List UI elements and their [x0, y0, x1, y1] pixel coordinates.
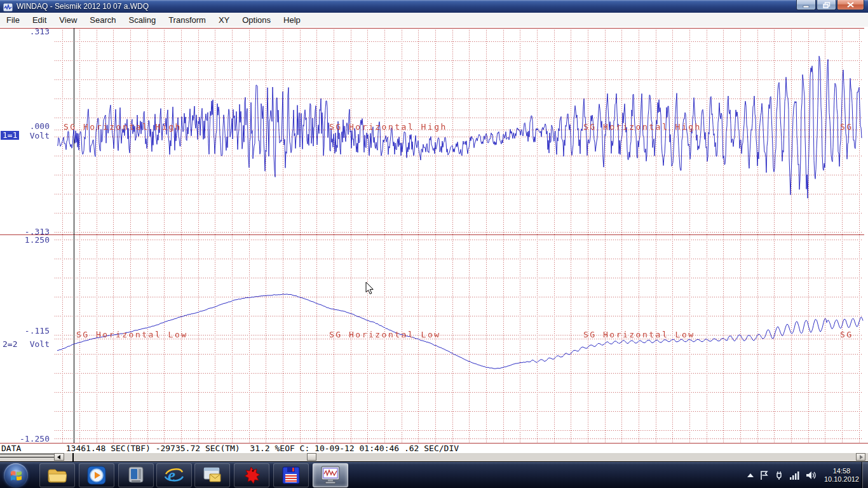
minimize-button[interactable] — [796, 0, 816, 10]
window-controls — [796, 0, 864, 10]
horizontal-scrollbar[interactable] — [0, 453, 868, 461]
red-creature-icon — [242, 466, 261, 485]
menu-item-transform[interactable]: Transform — [162, 13, 212, 27]
show-desktop-button[interactable] — [862, 462, 868, 488]
floppy-disk-icon — [281, 466, 301, 485]
taskbar: e — [0, 461, 868, 488]
mouse-cursor — [365, 281, 374, 297]
taskbar-internet-explorer[interactable]: e — [156, 463, 192, 487]
menu-item-scaling[interactable]: Scaling — [123, 13, 163, 27]
folder-icon — [47, 466, 67, 484]
action-center-flag-icon[interactable] — [760, 471, 768, 480]
hidden-icons-button[interactable] — [747, 473, 754, 477]
menu-item-xy[interactable]: XY — [212, 13, 236, 27]
close-button[interactable] — [837, 0, 864, 10]
taskbar-windows-media-player[interactable] — [79, 463, 114, 487]
taskbar-dataq-red-app[interactable] — [234, 463, 269, 487]
scrollbar-thumb[interactable] — [307, 453, 316, 461]
title-bar[interactable]: WINDAQ - Seismik 2012 10 07 a.WDQ — [0, 0, 868, 13]
windaq-window: WINDAQ - Seismik 2012 10 07 a.WDQ FileEd… — [0, 0, 868, 488]
menu-item-view[interactable]: View — [53, 13, 83, 27]
status-data-label: DATA — [0, 444, 21, 453]
menu-item-edit[interactable]: Edit — [26, 13, 53, 27]
windows-flag-icon — [10, 469, 23, 482]
taskbar-device-app[interactable] — [118, 463, 154, 487]
menu-item-help[interactable]: Help — [277, 13, 307, 27]
device-icon — [126, 466, 146, 485]
remove-hardware-icon[interactable] — [775, 471, 783, 480]
file-position-marker — [72, 453, 74, 461]
waveform-canvas[interactable] — [0, 0, 868, 488]
windaq-app-icon — [3, 3, 13, 11]
taskbar-windows-explorer[interactable] — [39, 463, 75, 487]
clock-time: 14:58 — [824, 467, 859, 475]
waveform-monitor-icon — [320, 466, 341, 485]
menu-bar: FileEditViewSearchScalingTransformXYOpti… — [0, 13, 868, 27]
window-title: WINDAQ - Seismik 2012 10 07 a.WDQ — [17, 2, 149, 11]
clock-date: 10.10.2012 — [824, 475, 859, 484]
media-player-icon — [87, 466, 106, 485]
network-signal-icon[interactable] — [790, 471, 799, 480]
taskbar-windaq-browser-active[interactable] — [313, 463, 348, 487]
email-icon — [203, 466, 222, 484]
system-tray: 14:58 10.10.2012 — [744, 462, 859, 488]
scroll-left-button[interactable] — [54, 453, 64, 461]
start-button[interactable] — [4, 463, 28, 487]
volume-icon[interactable] — [806, 471, 816, 480]
taskbar-email-app[interactable] — [194, 463, 230, 487]
scrollbar-left-track — [0, 454, 54, 458]
menu-item-options[interactable]: Options — [236, 13, 277, 27]
taskbar-windaq-recorder[interactable] — [273, 463, 309, 487]
restore-button[interactable] — [817, 0, 836, 10]
menu-item-file[interactable]: File — [0, 13, 26, 27]
scroll-right-button[interactable] — [856, 453, 865, 461]
status-bar: DATA 13461.48 SEC(TBF) -29735.72 SEC(TM)… — [0, 443, 868, 454]
status-readout: 13461.48 SEC(TBF) -29735.72 SEC(TM) 31.2… — [21, 444, 459, 453]
taskbar-clock[interactable]: 14:58 10.10.2012 — [824, 467, 859, 484]
internet-explorer-icon: e — [164, 466, 184, 485]
menu-item-search[interactable]: Search — [83, 13, 122, 27]
